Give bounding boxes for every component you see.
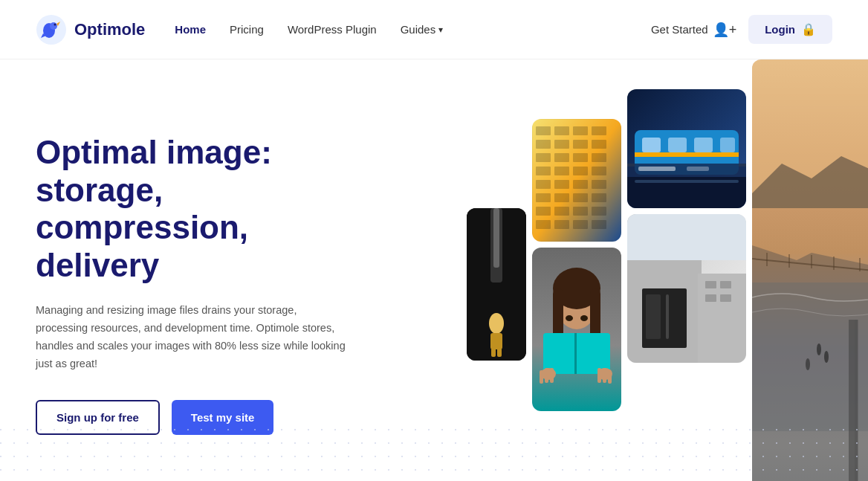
navbar: Optimole Home Pricing WordPress Plugin G…	[0, 0, 868, 59]
nav-left: Optimole Home Pricing WordPress Plugin G…	[36, 14, 443, 45]
svg-rect-88	[646, 294, 661, 339]
svg-rect-75	[638, 167, 676, 171]
svg-rect-24	[554, 153, 569, 162]
nav-link-pricing[interactable]: Pricing	[230, 23, 264, 36]
svg-rect-35	[536, 193, 551, 202]
svg-rect-76	[687, 167, 709, 171]
svg-rect-15	[536, 126, 551, 135]
svg-rect-38	[592, 193, 606, 202]
image-column-4	[752, 59, 868, 481]
svg-rect-62	[603, 368, 606, 383]
svg-rect-36	[554, 193, 569, 202]
svg-rect-43	[536, 220, 551, 229]
svg-rect-69	[694, 138, 713, 152]
svg-point-4	[54, 23, 56, 25]
svg-rect-32	[554, 180, 569, 189]
svg-rect-42	[592, 207, 606, 216]
svg-rect-30	[592, 167, 606, 175]
logo-icon	[36, 14, 67, 45]
photo-architecture	[627, 214, 746, 363]
svg-rect-45	[573, 220, 588, 229]
svg-rect-31	[536, 180, 551, 189]
svg-point-53	[580, 315, 588, 321]
nav-link-wordpress[interactable]: WordPress Plugin	[288, 23, 377, 36]
svg-rect-83	[720, 281, 731, 288]
hero-images	[467, 59, 868, 481]
photo-coastal	[752, 59, 868, 481]
get-started-link[interactable]: Get Started 👤+	[651, 22, 736, 38]
svg-rect-85	[720, 294, 731, 302]
nav-right: Get Started 👤+ Login 🔒	[651, 15, 832, 44]
hero-section: Optimal image: storage, compression, del…	[0, 59, 868, 481]
svg-rect-82	[705, 281, 716, 288]
svg-rect-87	[627, 214, 746, 260]
svg-rect-8	[493, 208, 499, 268]
svg-rect-21	[573, 140, 588, 149]
hero-description: Managing and resizing image files drains…	[36, 302, 348, 373]
svg-rect-89	[666, 294, 669, 339]
svg-rect-11	[491, 348, 496, 357]
photo-girl-reading	[532, 248, 621, 411]
svg-rect-16	[554, 126, 569, 135]
svg-rect-68	[668, 138, 687, 152]
svg-rect-40	[554, 207, 569, 216]
svg-rect-39	[536, 207, 551, 216]
svg-rect-34	[592, 180, 606, 189]
svg-rect-63	[608, 370, 612, 384]
photo-building	[532, 119, 621, 242]
photo-train	[627, 89, 746, 208]
svg-rect-26	[592, 153, 606, 162]
svg-rect-46	[592, 220, 606, 229]
hero-content: Optimal image: storage, compression, del…	[36, 104, 378, 435]
login-button[interactable]: Login 🔒	[748, 15, 832, 44]
hero-title: Optimal image: storage, compression, del…	[36, 134, 378, 284]
svg-point-97	[817, 343, 821, 355]
svg-rect-60	[550, 368, 554, 383]
svg-rect-17	[573, 126, 588, 135]
chevron-down-icon: ▾	[438, 25, 443, 35]
svg-rect-20	[554, 140, 569, 149]
svg-rect-12	[497, 348, 502, 357]
svg-rect-67	[642, 138, 661, 152]
photo-dark-figure	[467, 208, 526, 361]
svg-rect-61	[597, 368, 601, 383]
svg-rect-28	[554, 167, 569, 175]
svg-rect-71	[635, 152, 739, 157]
svg-rect-33	[573, 180, 588, 189]
nav-link-home[interactable]: Home	[175, 23, 206, 36]
svg-point-99	[806, 358, 810, 370]
svg-rect-55	[574, 333, 577, 374]
svg-point-98	[824, 351, 829, 363]
svg-rect-25	[573, 153, 588, 162]
svg-rect-27	[536, 167, 551, 175]
svg-rect-23	[536, 153, 551, 162]
nav-link-guides[interactable]: Guides ▾	[401, 23, 444, 36]
dots-pattern	[0, 429, 868, 481]
image-column-2	[532, 119, 621, 481]
svg-rect-19	[536, 140, 551, 149]
logo-text: Optimole	[74, 20, 145, 39]
svg-rect-10	[490, 333, 502, 349]
svg-rect-58	[540, 370, 543, 384]
svg-rect-29	[573, 167, 588, 175]
logo[interactable]: Optimole	[36, 14, 145, 45]
svg-rect-37	[573, 193, 588, 202]
svg-point-52	[566, 315, 573, 321]
image-column-3	[627, 89, 746, 481]
svg-point-2	[50, 22, 57, 30]
svg-rect-70	[720, 138, 735, 152]
svg-rect-41	[573, 207, 588, 216]
svg-rect-22	[592, 140, 606, 149]
svg-rect-44	[554, 220, 569, 229]
user-plus-icon: 👤+	[713, 22, 737, 38]
svg-rect-18	[592, 126, 606, 135]
lock-icon: 🔒	[801, 22, 816, 36]
svg-point-9	[489, 313, 504, 334]
svg-rect-84	[705, 294, 716, 302]
nav-links: Home Pricing WordPress Plugin Guides ▾	[175, 23, 443, 36]
svg-rect-59	[545, 368, 548, 383]
svg-rect-73	[635, 180, 739, 183]
